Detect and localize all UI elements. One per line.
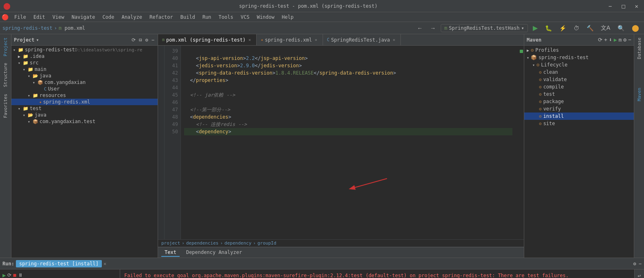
menu-window[interactable]: Window bbox=[253, 13, 277, 21]
maven-profiles[interactable]: ▶ ⚙ Profiles bbox=[524, 46, 634, 54]
maximize-button[interactable]: □ bbox=[619, 2, 627, 10]
tree-java-main[interactable]: ▾ 📂 java bbox=[11, 73, 158, 79]
run-pause-icon[interactable]: ⏸ bbox=[18, 272, 23, 278]
back-button[interactable]: ← bbox=[415, 24, 425, 32]
maven-panel-header: Maven ⟳ + ⬇ ▶ m ⚙ − bbox=[524, 34, 634, 46]
code-line-42: <spring-data-redis-version>1.8.4.RELEASE… bbox=[184, 69, 512, 77]
tree-main[interactable]: ▾ 📁 main bbox=[11, 66, 158, 73]
menu-code[interactable]: Code bbox=[99, 13, 118, 21]
tree-root[interactable]: ▾ 📁 spring-redis-test D:\idealastwork\sp… bbox=[11, 46, 158, 53]
tree-user[interactable]: C User bbox=[11, 86, 158, 92]
maven-settings-icon[interactable]: ⚙ bbox=[623, 37, 626, 43]
menu-help[interactable]: Help bbox=[279, 13, 297, 21]
run-panel-settings-icon[interactable]: ⚙ bbox=[633, 261, 636, 267]
panel-sync-icon[interactable]: ⟳ bbox=[131, 36, 136, 44]
maven-add-icon[interactable]: + bbox=[604, 37, 607, 43]
maven-site[interactable]: ⚙ site bbox=[524, 120, 634, 127]
editor-tab-text[interactable]: Text bbox=[161, 249, 180, 257]
tree-idea[interactable]: ▶ 📁 .idea bbox=[11, 53, 158, 60]
maven-tree: ▶ ⚙ Profiles ▾ 📦 spring-redis-test ▾ ⚙ L… bbox=[524, 46, 634, 258]
maven-test[interactable]: ⚙ test bbox=[524, 90, 634, 98]
menu-refactor[interactable]: Refactor bbox=[146, 13, 176, 21]
xml-file-icon: ✦ bbox=[39, 99, 42, 105]
menu-analyze[interactable]: Analyze bbox=[118, 13, 145, 21]
sidebar-favorites-icon[interactable]: Favorites bbox=[2, 92, 9, 120]
forward-button[interactable]: → bbox=[428, 24, 438, 32]
menu-edit[interactable]: Edit bbox=[30, 13, 48, 21]
debug-button[interactable]: 🐛 bbox=[543, 24, 554, 32]
maven-title: Maven bbox=[527, 37, 598, 43]
minimize-button[interactable]: − bbox=[606, 2, 614, 10]
maven-verify-icon: ⚙ bbox=[539, 106, 542, 112]
tree-src[interactable]: ▾ 📁 src bbox=[11, 60, 158, 66]
maven-profiles-icon: ⚙ bbox=[531, 47, 534, 53]
menu-vcs[interactable]: VCS bbox=[237, 13, 253, 21]
search-everywhere-button[interactable]: 🔍 bbox=[615, 24, 627, 32]
panel-collapse-icon[interactable]: ⊟ bbox=[138, 36, 143, 44]
profile-button[interactable]: ⏱ bbox=[571, 24, 582, 32]
panel-close-icon[interactable]: − bbox=[151, 36, 155, 44]
build-button[interactable]: 🔨 bbox=[584, 24, 596, 32]
code-content[interactable]: <jsp-api-version>2.2</jsp-api-version> <… bbox=[181, 46, 516, 239]
run-stop-icon[interactable]: ■ bbox=[13, 272, 16, 278]
run-rerun-icon[interactable]: ⟳ bbox=[7, 272, 11, 278]
tree-resources[interactable]: ▾ 📁 resources bbox=[11, 92, 158, 99]
panel-settings-icon[interactable]: ⚙ bbox=[145, 36, 149, 44]
maven-project[interactable]: ▾ 📦 spring-redis-test bbox=[524, 54, 634, 61]
code-line-41: <jedis-version>2.9.0</jedis-version> bbox=[184, 62, 512, 69]
app-logo-icon: ⬤ bbox=[3, 2, 11, 10]
maven-download-icon[interactable]: ⬇ bbox=[609, 37, 612, 43]
editor-tab-dependency-analyzer[interactable]: Dependency Analyzer bbox=[183, 249, 245, 257]
maven-install[interactable]: ⚙ install bbox=[524, 113, 634, 120]
tree-spring-redis-xml[interactable]: ✦ spring-redis.xml bbox=[11, 99, 158, 105]
sidebar-project-icon[interactable]: Project bbox=[2, 36, 9, 58]
run-tab-close-icon[interactable]: ✕ bbox=[103, 261, 106, 267]
settings-button[interactable]: ⬤ bbox=[629, 23, 642, 33]
translate-icon[interactable]: 文A bbox=[598, 24, 613, 33]
resources-folder-icon: 📁 bbox=[33, 93, 38, 98]
maven-maven-icon[interactable]: m bbox=[619, 37, 622, 43]
menu-navigate[interactable]: Navigate bbox=[68, 13, 99, 21]
tab-spring-redis-xml[interactable]: ✦ spring-redis.xml ✕ bbox=[257, 34, 323, 46]
maven-refresh-icon[interactable]: ⟳ bbox=[598, 37, 602, 43]
sidebar-structure-icon[interactable]: Structure bbox=[2, 61, 9, 89]
title-bar-title: spring-redis-test - pom.xml (spring-redi… bbox=[239, 3, 378, 9]
run-play-icon[interactable]: ▶ bbox=[2, 272, 6, 278]
tab-pom-xml[interactable]: m pom.xml (spring-redis-test) ✕ bbox=[158, 34, 257, 46]
tree-com-yangdaxian-test[interactable]: ▾ 📦 com.yangdaxian.test bbox=[11, 118, 158, 125]
menu-run[interactable]: Run bbox=[199, 13, 215, 21]
tab-pom-xml-close[interactable]: ✕ bbox=[247, 37, 252, 42]
maven-lifecycle[interactable]: ▾ ⚙ Lifecycle bbox=[524, 61, 634, 68]
menu-file[interactable]: File bbox=[11, 13, 29, 21]
run-config-arrow-icon: ▾ bbox=[521, 25, 524, 31]
maven-compile[interactable]: ⚙ compile bbox=[524, 83, 634, 90]
tree-java-test[interactable]: ▾ 📂 java bbox=[11, 112, 158, 118]
tab-spring-redis-test-java[interactable]: C SpringRedisTest.java ✕ bbox=[323, 34, 401, 46]
code-line-48: <dependencies> bbox=[184, 113, 512, 121]
maven-package[interactable]: ⚙ package bbox=[524, 98, 634, 105]
tab-spring-redis-close[interactable]: ✕ bbox=[314, 37, 319, 42]
tree-test[interactable]: ▾ 📁 test bbox=[11, 105, 158, 112]
run-sidebar-wrap-icon[interactable]: ↩ bbox=[638, 273, 641, 278]
maven-close-icon[interactable]: − bbox=[628, 37, 631, 43]
menu-build[interactable]: Build bbox=[177, 13, 198, 21]
tab-java-close[interactable]: ✕ bbox=[391, 37, 396, 42]
right-sidebar: Database Maven bbox=[634, 34, 644, 258]
code-line-49: <!-- 连接redis --> bbox=[184, 121, 512, 128]
src-label: src bbox=[30, 60, 39, 66]
menu-tools[interactable]: Tools bbox=[215, 13, 237, 21]
menu-view[interactable]: View bbox=[49, 13, 68, 21]
run-config-selector[interactable]: m SpringRedisTest.testHash ▾ bbox=[441, 24, 528, 32]
maven-verify[interactable]: ⚙ verify bbox=[524, 105, 634, 113]
run-panel-close-icon[interactable]: − bbox=[639, 261, 642, 267]
coverage-button[interactable]: ⚡ bbox=[557, 24, 569, 32]
maven-validate[interactable]: ⚙ validate bbox=[524, 76, 634, 83]
tree-com-yangdaxian[interactable]: ▾ 📦 com.yangdaxian bbox=[11, 79, 158, 86]
maven-run-icon[interactable]: ▶ bbox=[614, 37, 617, 43]
right-sidebar-maven-icon[interactable]: Maven bbox=[636, 86, 643, 103]
run-tab-label[interactable]: spring-redis-test [install] bbox=[16, 260, 102, 267]
right-sidebar-database-icon[interactable]: Database bbox=[636, 36, 643, 61]
close-button[interactable]: ✕ bbox=[633, 2, 641, 10]
maven-clean[interactable]: ⚙ clean bbox=[524, 68, 634, 76]
run-button[interactable]: ▶ bbox=[530, 23, 540, 33]
